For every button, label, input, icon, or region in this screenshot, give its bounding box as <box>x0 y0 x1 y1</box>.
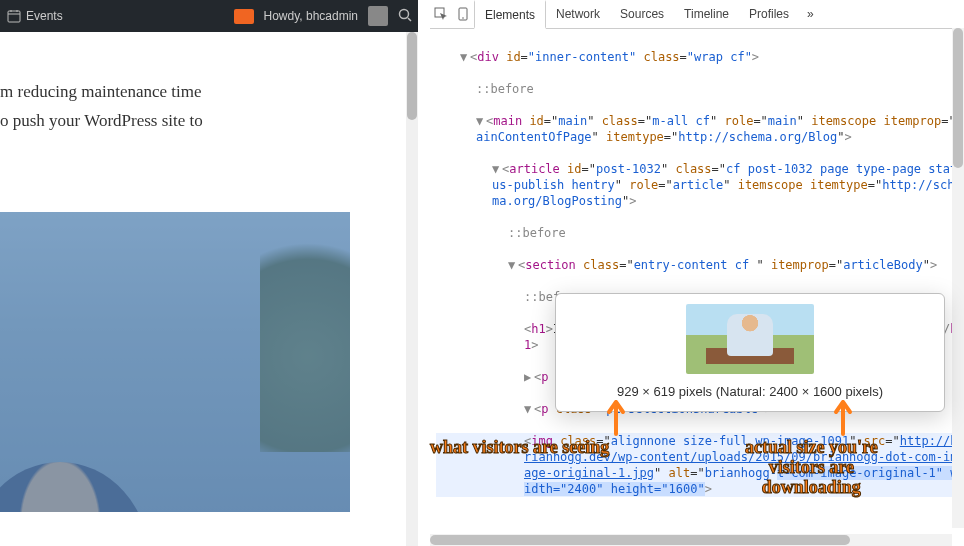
dom-node: ▼<div id="inner-content" class="wrap cf"… <box>436 49 964 65</box>
dom-node: ▼<section class="entry-content cf " item… <box>436 257 964 273</box>
adminbar-events-label: Events <box>26 9 63 23</box>
inspect-element-icon[interactable] <box>430 7 452 21</box>
devtools-tabbar: Elements Network Sources Timeline Profil… <box>430 0 964 29</box>
screenshot-stage: Events Howdy, bhcadmin m reducing mainte… <box>0 0 964 546</box>
devtools-vscroll-thumb[interactable] <box>953 28 963 168</box>
dom-node: ▼<article id="post-1032" class="cf post-… <box>436 161 964 209</box>
devtools-panel: Elements Network Sources Timeline Profil… <box>430 0 964 546</box>
tab-elements[interactable]: Elements <box>474 0 546 29</box>
popover-display-dims: 929 × 619 pixels <box>617 384 712 399</box>
svg-point-4 <box>400 9 409 18</box>
dom-tree[interactable]: ▼<div id="inner-content" class="wrap cf"… <box>430 29 964 546</box>
svg-rect-0 <box>8 11 20 22</box>
devtools-hscrollbar[interactable] <box>430 534 952 546</box>
page-body-text: m reducing maintenance time o push your … <box>0 32 418 136</box>
hero-image <box>0 212 350 512</box>
page-scrollbar-thumb[interactable] <box>407 32 417 120</box>
popover-thumbnail <box>686 304 814 374</box>
dom-node: ▼<main id="main" class="m-all cf" role="… <box>436 113 964 145</box>
svg-line-5 <box>408 18 411 21</box>
adminbar-avatar[interactable] <box>368 6 388 26</box>
devtools-vscrollbar[interactable] <box>952 28 964 528</box>
adminbar-howdy[interactable]: Howdy, bhcadmin <box>264 9 359 23</box>
svg-point-8 <box>462 17 464 19</box>
tab-profiles[interactable]: Profiles <box>739 0 799 28</box>
annotation-actual: actual size you're visitors are download… <box>745 438 878 497</box>
tab-sources[interactable]: Sources <box>610 0 674 28</box>
page-scrollbar[interactable] <box>406 32 418 546</box>
calendar-icon <box>6 8 22 24</box>
image-hover-popover: 929 × 619 pixels (Natural: 2400 × 1600 p… <box>555 293 945 412</box>
tab-timeline[interactable]: Timeline <box>674 0 739 28</box>
adminbar-events-link[interactable]: Events <box>6 8 63 24</box>
body-line-2: o push your WordPress site to <box>0 107 410 136</box>
annotation-arrow-right <box>832 396 854 436</box>
browser-viewport: Events Howdy, bhcadmin m reducing mainte… <box>0 0 418 546</box>
popover-natural-dims: (Natural: 2400 × 1600 pixels) <box>716 384 883 399</box>
tab-network[interactable]: Network <box>546 0 610 28</box>
search-icon[interactable] <box>398 8 412 25</box>
tab-overflow[interactable]: » <box>799 0 822 28</box>
body-line-1: m reducing maintenance time <box>0 78 410 107</box>
wp-admin-bar: Events Howdy, bhcadmin <box>0 0 418 32</box>
devtools-hscroll-thumb[interactable] <box>430 535 850 545</box>
annotation-visitors: what visitors are seeing <box>430 438 609 458</box>
comment-bubble-icon[interactable] <box>234 9 254 24</box>
annotation-arrow-left <box>605 396 627 436</box>
device-mode-icon[interactable] <box>452 7 474 21</box>
